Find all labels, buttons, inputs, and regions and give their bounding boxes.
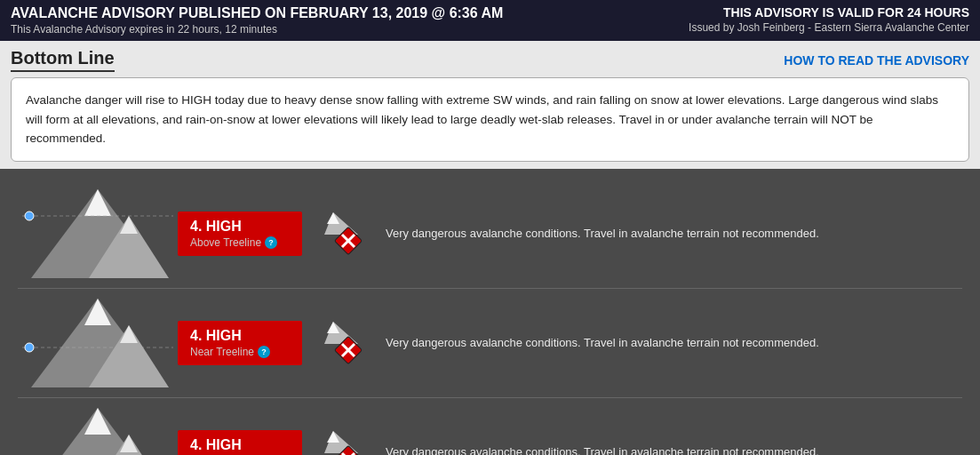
danger-desc-2: Very dangerous avalanche conditions. Tra… bbox=[377, 336, 962, 349]
danger-desc-1: Very dangerous avalanche conditions. Tra… bbox=[377, 227, 962, 240]
danger-band-1: 4. HIGH Above Treeline ? bbox=[178, 212, 302, 256]
danger-icon-2 bbox=[306, 317, 377, 369]
mountain-col-1 bbox=[18, 185, 178, 283]
info-icon-2[interactable]: ? bbox=[258, 346, 270, 358]
danger-band-2: 4. HIGH Near Treeline ? bbox=[178, 321, 302, 365]
danger-row-below-treeline: 4. HIGH Below Treeline ? Very dangerous … bbox=[18, 398, 962, 455]
bottom-line-header: Bottom Line HOW TO READ THE ADVISORY bbox=[11, 48, 969, 72]
danger-desc-3: Very dangerous avalanche conditions. Tra… bbox=[377, 445, 962, 455]
danger-row-near-treeline: 4. HIGH Near Treeline ? Very dangerous a… bbox=[18, 289, 962, 398]
header-left: AVALANCHE ADVISORY PUBLISHED ON FEBRUARY… bbox=[11, 5, 503, 36]
svg-point-16 bbox=[25, 343, 34, 352]
header-right: THIS ADVISORY IS VALID FOR 24 HOURS Issu… bbox=[689, 5, 969, 34]
bottom-line-title: Bottom Line bbox=[11, 48, 115, 72]
expiry-subtitle: This Avalanche Advisory expires in 22 ho… bbox=[11, 23, 503, 36]
advisory-title: AVALANCHE ADVISORY PUBLISHED ON FEBRUARY… bbox=[11, 5, 503, 21]
danger-row-above-treeline: 4. HIGH Above Treeline ? bbox=[18, 180, 962, 289]
danger-icon-3 bbox=[306, 427, 377, 455]
bottom-line-section: Bottom Line HOW TO READ THE ADVISORY Ava… bbox=[0, 41, 980, 169]
issued-label: Issued by Josh Feinberg - Eastern Sierra… bbox=[689, 21, 969, 34]
info-icon-1[interactable]: ? bbox=[265, 236, 277, 249]
danger-icon-1 bbox=[306, 208, 377, 259]
treeline-label-1: Above Treeline ? bbox=[190, 236, 293, 249]
how-to-link[interactable]: HOW TO READ THE ADVISORY bbox=[784, 53, 969, 68]
danger-level-1: 4. HIGH bbox=[190, 219, 293, 235]
danger-section: 4. HIGH Above Treeline ? bbox=[0, 169, 980, 455]
danger-band-3: 4. HIGH Below Treeline ? bbox=[178, 430, 302, 455]
danger-level-2: 4. HIGH bbox=[190, 328, 293, 344]
svg-point-5 bbox=[25, 212, 34, 220]
treeline-label-2: Near Treeline ? bbox=[190, 346, 293, 358]
mountain-col-2 bbox=[18, 294, 178, 392]
header: AVALANCHE ADVISORY PUBLISHED ON FEBRUARY… bbox=[0, 0, 980, 41]
bottom-line-content: Avalanche danger will rise to HIGH today… bbox=[11, 77, 969, 162]
mountain-col-3 bbox=[18, 403, 178, 455]
bottom-line-text: Avalanche danger will rise to HIGH today… bbox=[26, 93, 938, 145]
validity-label: THIS ADVISORY IS VALID FOR 24 HOURS bbox=[689, 5, 969, 20]
danger-level-3: 4. HIGH bbox=[190, 437, 293, 453]
